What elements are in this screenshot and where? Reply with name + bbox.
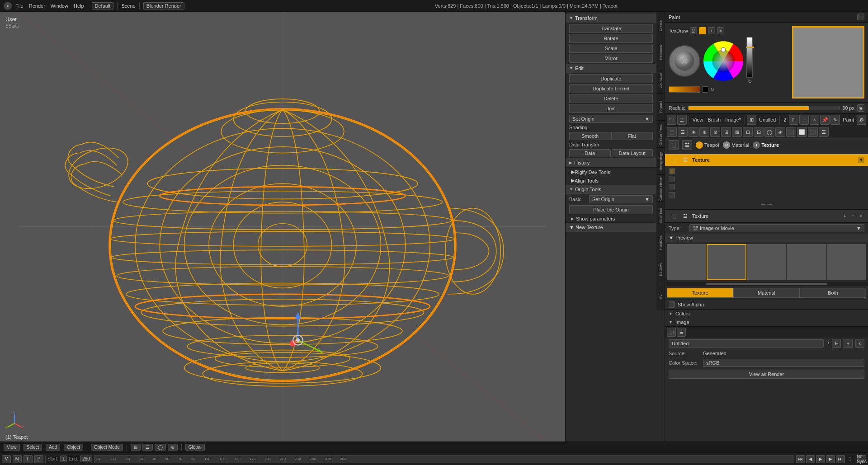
tab-both[interactable]: Both: [800, 288, 866, 298]
texture-sub-f[interactable]: F: [842, 213, 848, 219]
obj-tabs-icon-left[interactable]: ⬚: [669, 140, 679, 150]
material-tab[interactable]: M Material: [723, 141, 749, 149]
radius-icon[interactable]: ◉: [857, 104, 864, 112]
obj-tabs-icon-right[interactable]: ☱: [682, 140, 692, 150]
texture-check-1[interactable]: [669, 168, 675, 174]
img-tool-1[interactable]: ⬚: [667, 328, 676, 337]
bottom-icon-2[interactable]: ☰: [142, 444, 153, 451]
texture-check-3[interactable]: [669, 184, 675, 190]
set-origin-btn[interactable]: Set Origin ▼: [569, 115, 653, 123]
texture-sub-plus[interactable]: +: [850, 213, 856, 219]
menu-window[interactable]: Window: [51, 3, 68, 9]
tb2-btn4[interactable]: ⊕: [699, 127, 709, 137]
tl-view-btn[interactable]: V: [2, 455, 11, 463]
tab-texture[interactable]: Texture: [667, 288, 733, 298]
tab-cartoon-helper[interactable]: Cartoon Helper: [656, 174, 665, 202]
origin-set-btn[interactable]: Set Origin ▼: [589, 195, 653, 203]
color-wheel[interactable]: [703, 41, 744, 81]
delete-btn[interactable]: Delete: [569, 94, 653, 103]
swatch-refresh-btn[interactable]: ↻: [710, 87, 714, 93]
tl-skip-start[interactable]: ⏮: [796, 455, 805, 463]
texture-check-4[interactable]: [669, 192, 675, 198]
toolbar-f-btn[interactable]: F: [789, 115, 798, 125]
toolbar-btn-1[interactable]: ⬚: [667, 115, 676, 125]
texture-sub-x[interactable]: ×: [858, 213, 864, 219]
bottom-mode-btn[interactable]: Object Mode: [91, 444, 123, 451]
tl-play-btn[interactable]: ▶: [816, 455, 825, 463]
paint-minimize-btn[interactable]: −: [857, 14, 864, 20]
rotate-btn[interactable]: Rotate: [569, 34, 653, 43]
tab-relations[interactable]: Relations: [656, 39, 665, 66]
align-tools-btn[interactable]: ▶ Align Tools: [566, 176, 656, 185]
viewport-svg[interactable]: [0, 12, 565, 442]
scale-btn[interactable]: Scale: [569, 44, 653, 53]
tab-material[interactable]: Material: [733, 288, 800, 298]
bottom-icon-1[interactable]: ⊞: [131, 444, 141, 451]
preview-item-2[interactable]: [707, 244, 746, 280]
preview-scroll-thumb[interactable]: [706, 283, 827, 285]
color-refresh-btn[interactable]: ↻: [748, 79, 752, 85]
preview-scrollbar[interactable]: [665, 282, 868, 286]
duplicate-linked-btn[interactable]: Duplicate Linked: [569, 84, 653, 93]
img-f-btn[interactable]: F: [832, 339, 841, 348]
tb2-btn11[interactable]: ◈: [775, 127, 785, 137]
img-x-btn[interactable]: ×: [855, 339, 864, 348]
mirror-btn[interactable]: Mirror: [569, 54, 653, 63]
tl-start-val[interactable]: 1: [60, 456, 67, 462]
color-gradient-bar[interactable]: [669, 86, 700, 93]
tab-bool-tool[interactable]: Bool Tool: [656, 202, 665, 229]
show-alpha-check[interactable]: [669, 301, 675, 308]
data-layout-btn[interactable]: Data Layout: [612, 149, 653, 157]
tb2-btn6[interactable]: ⊞: [721, 127, 731, 137]
show-params-row[interactable]: ▶ Show parameters: [566, 215, 656, 222]
tab-animation[interactable]: Animation: [656, 66, 665, 93]
bottom-icon-4[interactable]: ⊕: [168, 444, 178, 451]
tl-next-frame[interactable]: ▶: [826, 455, 835, 463]
tl-prev-frame[interactable]: ◀: [806, 455, 815, 463]
menu-render[interactable]: Render: [29, 3, 45, 9]
timeline-track[interactable]: -50 -30 -10 10 30 50 70 90 110 130 150 1…: [94, 455, 795, 463]
preview-item-3[interactable]: [747, 244, 786, 280]
data-btn[interactable]: Data: [569, 149, 611, 157]
colors-row[interactable]: ▼ Colors: [665, 310, 868, 318]
join-btn[interactable]: Join: [569, 104, 653, 113]
tb2-btn7[interactable]: ⊠: [732, 127, 742, 137]
engine-selector[interactable]: Blender Render: [143, 2, 184, 9]
tab-hardops[interactable]: HardOps: [656, 229, 665, 256]
bottom-add-btn[interactable]: Add: [46, 444, 60, 451]
type-selector[interactable]: 🎬 Image or Movie ▼: [689, 224, 864, 232]
tex-sub-icon[interactable]: ⬚: [669, 211, 679, 221]
bottom-select-btn[interactable]: Select: [24, 444, 42, 451]
tl-sync-btn[interactable]: No Sync: [857, 455, 866, 463]
texture-expand-btn[interactable]: ▼: [858, 157, 864, 163]
bottom-view-btn[interactable]: View: [4, 444, 20, 451]
texture-check-2[interactable]: [669, 176, 675, 182]
image-section-header[interactable]: ▼ Image: [665, 318, 868, 327]
tb2-btn12[interactable]: ⬛: [786, 127, 796, 137]
bottom-global-btn[interactable]: Global: [185, 444, 205, 451]
radius-bar[interactable]: [688, 106, 840, 110]
preview-item-1[interactable]: [667, 244, 706, 280]
bottom-icon-3[interactable]: ◯: [155, 444, 166, 451]
tb2-btn9[interactable]: ⊟: [754, 127, 764, 137]
tb2-btn15[interactable]: ☰: [819, 127, 829, 137]
view-as-render-btn[interactable]: View as Render: [669, 370, 864, 379]
teapot-tab[interactable]: T Teapot: [696, 141, 719, 149]
tl-end-val[interactable]: 250: [80, 456, 92, 462]
tl-frame-btn[interactable]: F: [24, 455, 33, 463]
tab-retopology[interactable]: Retopology: [656, 147, 665, 174]
tex-hdr-icon[interactable]: ⬚: [669, 155, 679, 165]
flat-btn[interactable]: Flat: [611, 132, 653, 140]
colorspace-selector[interactable]: sRGB: [703, 359, 864, 367]
tl-marker-btn[interactable]: M: [13, 455, 22, 463]
tb2-btn8[interactable]: ⊡: [743, 127, 753, 137]
tb2-btn3[interactable]: ◈: [689, 127, 698, 137]
translate-btn[interactable]: Translate: [569, 24, 653, 33]
color-swatch-black[interactable]: [702, 86, 708, 93]
tb2-btn2[interactable]: ☰: [678, 127, 688, 137]
tl-skip-end[interactable]: ⏭: [836, 455, 845, 463]
menu-help[interactable]: Help: [74, 3, 84, 9]
toolbar-paint-btn[interactable]: ✎: [830, 115, 840, 125]
history-header[interactable]: ▶ History: [566, 158, 656, 168]
smooth-btn[interactable]: Smooth: [569, 132, 611, 140]
